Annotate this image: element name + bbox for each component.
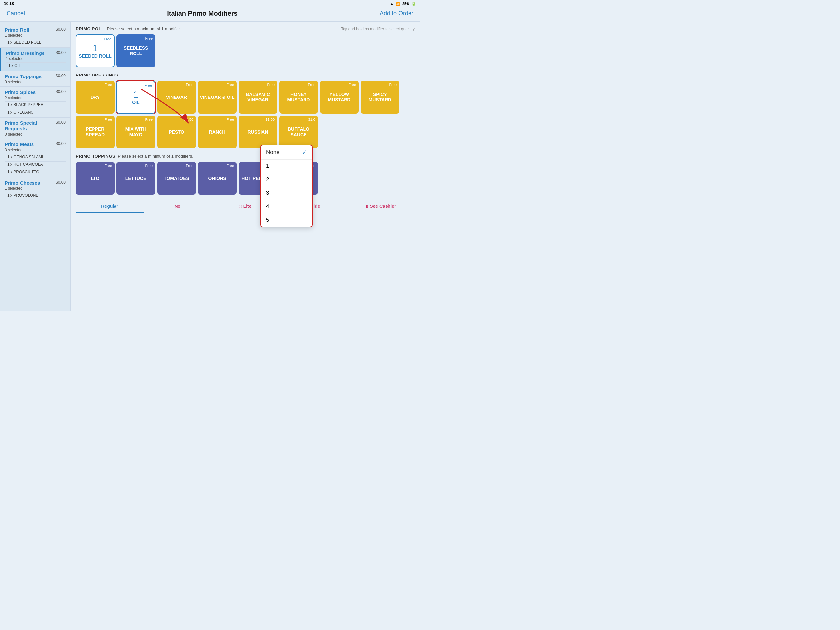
sidebar-item-primo-special[interactable]: Primo Special Requests $0.00 0 selected (0, 117, 70, 139)
dropdown-item-2[interactable]: 2 (261, 173, 312, 187)
primo-toppings-header: PRIMO TOPPINGS Please select a minimum o… (76, 154, 415, 158)
seedless-roll-price: Free (145, 36, 153, 40)
tile-lto[interactable]: Free LTO (76, 162, 115, 195)
sidebar: Primo Roll $0.00 1 selected 1 x SEEDED R… (0, 22, 71, 310)
sidebar-detail-black-pepper: 1 x BLACK PEPPER (5, 101, 66, 108)
tile-seeded-roll[interactable]: Free 1 SEEDED ROLL (76, 35, 115, 67)
sidebar-selected-primo-toppings: 0 selected (5, 80, 66, 84)
sidebar-detail-hot-cap: 1 x HOT CAPICOLA (5, 161, 66, 168)
page-title: Italian Primo Modifiers (167, 10, 237, 17)
tab-regular[interactable]: Regular (76, 200, 144, 213)
primo-dressings-grid: Free DRY Free 1 OIL Free VINEGAR Free VI… (76, 81, 415, 149)
tile-lettuce[interactable]: Free LETTUCE (117, 162, 155, 195)
sidebar-item-primo-roll[interactable]: Primo Roll $0.00 1 selected 1 x SEEDED R… (0, 24, 70, 47)
tile-pepper-spread[interactable]: Free PEPPER SPREAD (76, 116, 115, 149)
checkmark-icon: ✓ (302, 149, 307, 156)
tab-see-cashier[interactable]: !! See Cashier (347, 200, 415, 213)
dropdown-label-4: 4 (266, 203, 269, 210)
tile-russian[interactable]: $1.00 RUSSIAN (238, 116, 277, 149)
sidebar-selected-primo-special: 0 selected (5, 132, 66, 136)
sidebar-selected-primo-cheeses: 1 selected (5, 186, 66, 191)
tile-dry[interactable]: Free DRY (76, 81, 115, 114)
seeded-roll-name: SEEDED ROLL (79, 54, 112, 59)
tile-pesto[interactable]: $1.50 PESTO (157, 116, 196, 149)
sidebar-title-primo-toppings: Primo Toppings (5, 74, 42, 79)
dropdown-item-5[interactable]: 5 (261, 214, 312, 226)
tile-vinegar[interactable]: Free VINEGAR (157, 81, 196, 114)
sidebar-detail-oil: 1 x OIL (6, 62, 66, 69)
dropdown-label-2: 2 (266, 176, 269, 183)
tile-mix-with-mayo[interactable]: Free MIX WITH MAYO (117, 116, 155, 149)
primo-toppings-label: PRIMO TOPPINGS (76, 154, 115, 158)
dropdown-item-1[interactable]: 1 (261, 160, 312, 173)
sidebar-price-primo-toppings: $0.00 (56, 74, 66, 80)
status-right: ▲ 📶 25% 🔋 (390, 2, 416, 6)
seeded-roll-qty: 1 (93, 43, 98, 54)
primo-roll-grid: Free 1 SEEDED ROLL Free SEEDLESS ROLL (76, 35, 415, 67)
primo-roll-hint: Tap and hold on modifier to select quant… (341, 27, 415, 31)
sidebar-price-primo-meats: $0.00 (56, 141, 66, 148)
tile-honey-mustard[interactable]: Free HONEY MUSTARD (279, 81, 318, 114)
primo-roll-header: PRIMO ROLL Please select a maximum of 1 … (76, 26, 415, 31)
content-area: PRIMO ROLL Please select a maximum of 1 … (71, 22, 420, 310)
sidebar-detail-oregano: 1 x OREGANO (5, 109, 66, 115)
tab-no[interactable]: No (144, 200, 212, 213)
sidebar-selected-primo-roll: 1 selected (5, 33, 66, 38)
dropdown-label-1: 1 (266, 163, 269, 169)
primo-toppings-grid: Free LTO Free LETTUCE Free TOMATOES Free… (76, 162, 415, 195)
dropdown-label-none: None (266, 149, 279, 156)
sidebar-item-primo-cheeses[interactable]: Primo Cheeses $0.00 1 selected 1 x PROVO… (0, 177, 70, 200)
sidebar-price-primo-cheeses: $0.00 (56, 180, 66, 186)
dropdown-item-3[interactable]: 3 (261, 187, 312, 200)
sidebar-item-primo-toppings[interactable]: Primo Toppings $0.00 0 selected (0, 71, 70, 87)
battery-icon: 🔋 (412, 2, 416, 6)
sidebar-title-primo-meats: Primo Meats (5, 141, 34, 147)
bottom-tabs: Regular No !! Lite !! Side !! See Cashie… (76, 200, 415, 213)
sidebar-item-primo-meats[interactable]: Primo Meats $0.00 3 selected 1 x GENOA S… (0, 139, 70, 177)
sidebar-title-primo-roll: Primo Roll (5, 27, 29, 33)
header: Cancel Italian Primo Modifiers Add to Or… (0, 7, 420, 22)
tile-seedless-roll[interactable]: Free SEEDLESS ROLL (117, 35, 155, 67)
sidebar-detail-prosciutto: 1 x PROSCIUTTO (5, 169, 66, 175)
sidebar-price-primo-special: $0.00 (56, 120, 66, 132)
add-to-order-button[interactable]: Add to Order (380, 10, 414, 17)
tile-ranch[interactable]: Free RANCH (198, 116, 237, 149)
primo-roll-label: PRIMO ROLL (76, 26, 104, 31)
sidebar-price-primo-dressings: $0.00 (56, 50, 66, 57)
sidebar-title-primo-special: Primo Special Requests (5, 120, 56, 131)
seeded-roll-price: Free (104, 37, 111, 41)
dropdown-item-4[interactable]: 4 (261, 200, 312, 214)
tile-tomatoes[interactable]: Free TOMATOES (157, 162, 196, 195)
primo-roll-desc: Please select a maximum of 1 modifier. (107, 26, 181, 31)
primo-dressings-header: PRIMO DRESSINGS (76, 73, 415, 78)
primo-toppings-desc: Please select a minimum of 1 modifiers. (118, 154, 193, 158)
dropdown-label-5: 5 (266, 217, 269, 223)
tile-buffalo-sauce[interactable]: $1.0 BUFFALO SAUCE (279, 116, 318, 149)
primo-dressings-label: PRIMO DRESSINGS (76, 73, 118, 78)
battery: 25% (402, 2, 409, 6)
tile-onions[interactable]: Free ONIONS (198, 162, 237, 195)
sidebar-selected-primo-meats: 3 selected (5, 148, 66, 152)
seedless-roll-name: SEEDLESS ROLL (118, 45, 153, 57)
sidebar-item-primo-spices[interactable]: Primo Spices $0.00 2 selected 1 x BLACK … (0, 87, 70, 117)
dropdown-label-3: 3 (266, 190, 269, 196)
tile-vinegar-oil[interactable]: Free VINEGAR & OIL (198, 81, 237, 114)
sidebar-selected-primo-spices: 2 selected (5, 95, 66, 100)
tile-spicy-mustard[interactable]: Free SPICY MUSTARD (361, 81, 399, 114)
sidebar-title-primo-cheeses: Primo Cheeses (5, 180, 40, 185)
dropdown-item-none[interactable]: None ✓ (261, 146, 312, 160)
sidebar-price-primo-roll: $0.00 (56, 27, 66, 33)
tile-oil[interactable]: Free 1 OIL (117, 81, 155, 114)
location-icon: ▲ (390, 2, 394, 6)
tile-yellow-mustard[interactable]: Free YELLOW MUSTARD (320, 81, 358, 114)
sidebar-selected-primo-dressings: 1 selected (6, 57, 66, 61)
wifi-icon: 📶 (396, 2, 400, 6)
quantity-dropdown[interactable]: None ✓ 1 2 3 4 5 (260, 145, 313, 227)
sidebar-item-primo-dressings[interactable]: Primo Dressings $0.00 1 selected 1 x OIL (0, 47, 70, 71)
sidebar-detail-genoa: 1 x GENOA SALAMI (5, 154, 66, 160)
cancel-button[interactable]: Cancel (6, 10, 25, 17)
sidebar-detail-seeded-roll: 1 x SEEDED ROLL (5, 39, 66, 45)
sidebar-title-primo-dressings: Primo Dressings (6, 50, 45, 56)
tile-balsamic-vinegar[interactable]: Free BALSAMIC VINEGAR (238, 81, 277, 114)
sidebar-price-primo-spices: $0.00 (56, 89, 66, 95)
